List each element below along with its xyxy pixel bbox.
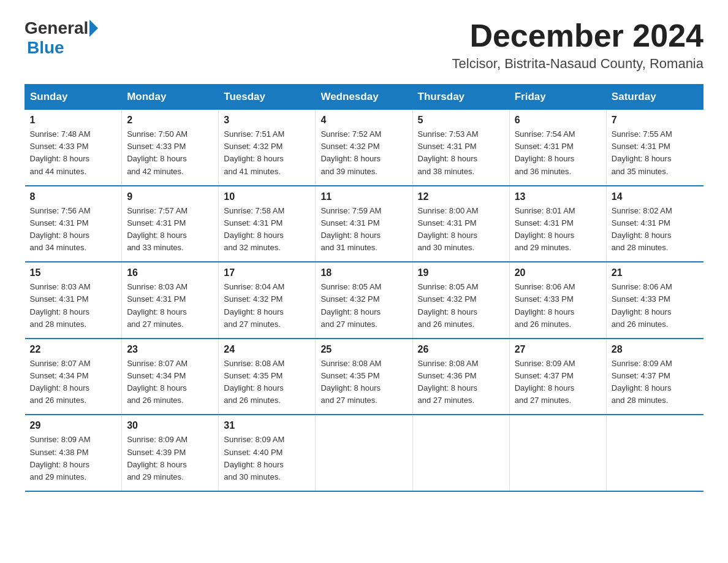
day-info: Sunrise: 7:56 AM Sunset: 4:31 PM Dayligh… (30, 205, 117, 255)
calendar-cell: 30 Sunrise: 8:09 AM Sunset: 4:39 PM Dayl… (122, 415, 219, 491)
calendar-cell: 23 Sunrise: 8:07 AM Sunset: 4:34 PM Dayl… (122, 339, 219, 415)
day-number: 12 (418, 191, 504, 202)
day-number: 28 (612, 344, 699, 355)
calendar-cell: 10 Sunrise: 7:58 AM Sunset: 4:31 PM Dayl… (219, 186, 316, 262)
calendar-cell: 28 Sunrise: 8:09 AM Sunset: 4:37 PM Dayl… (606, 339, 703, 415)
day-number: 8 (30, 191, 117, 202)
week-row-3: 15 Sunrise: 8:03 AM Sunset: 4:31 PM Dayl… (25, 262, 703, 339)
day-info: Sunrise: 8:07 AM Sunset: 4:34 PM Dayligh… (127, 358, 213, 407)
calendar-cell: 18 Sunrise: 8:05 AM Sunset: 4:32 PM Dayl… (316, 262, 412, 339)
day-number: 30 (127, 420, 213, 431)
calendar-cell: 2 Sunrise: 7:50 AM Sunset: 4:33 PM Dayli… (122, 110, 219, 186)
month-title: December 2024 (452, 18, 703, 53)
calendar-cell: 22 Sunrise: 8:07 AM Sunset: 4:34 PM Dayl… (25, 339, 122, 415)
day-info: Sunrise: 8:09 AM Sunset: 4:38 PM Dayligh… (30, 434, 117, 483)
day-info: Sunrise: 8:07 AM Sunset: 4:34 PM Dayligh… (30, 358, 117, 407)
day-info: Sunrise: 8:09 AM Sunset: 4:37 PM Dayligh… (515, 358, 601, 407)
day-info: Sunrise: 8:02 AM Sunset: 4:31 PM Dayligh… (612, 205, 699, 255)
day-number: 15 (30, 267, 117, 278)
day-number: 19 (418, 267, 504, 278)
calendar-cell: 11 Sunrise: 7:59 AM Sunset: 4:31 PM Dayl… (316, 186, 412, 262)
day-info: Sunrise: 7:52 AM Sunset: 4:32 PM Dayligh… (320, 128, 407, 178)
day-number: 18 (320, 267, 407, 278)
day-info: Sunrise: 7:53 AM Sunset: 4:31 PM Dayligh… (418, 128, 504, 178)
calendar-cell: 26 Sunrise: 8:08 AM Sunset: 4:36 PM Dayl… (412, 339, 509, 415)
day-number: 24 (224, 344, 310, 355)
day-number: 7 (612, 115, 699, 126)
calendar-cell (316, 415, 412, 491)
week-row-2: 8 Sunrise: 7:56 AM Sunset: 4:31 PM Dayli… (25, 186, 703, 262)
day-number: 3 (224, 115, 310, 126)
header-day-monday: Monday (122, 85, 219, 110)
day-number: 27 (515, 344, 601, 355)
calendar-cell: 6 Sunrise: 7:54 AM Sunset: 4:31 PM Dayli… (509, 110, 606, 186)
day-number: 16 (127, 267, 213, 278)
day-number: 21 (612, 267, 699, 278)
day-number: 10 (224, 191, 310, 202)
header-day-saturday: Saturday (606, 85, 703, 110)
day-number: 17 (224, 267, 310, 278)
week-row-5: 29 Sunrise: 8:09 AM Sunset: 4:38 PM Dayl… (25, 415, 703, 491)
day-info: Sunrise: 7:51 AM Sunset: 4:32 PM Dayligh… (224, 128, 310, 178)
week-row-4: 22 Sunrise: 8:07 AM Sunset: 4:34 PM Dayl… (25, 339, 703, 415)
header-day-tuesday: Tuesday (219, 85, 316, 110)
calendar-cell: 29 Sunrise: 8:09 AM Sunset: 4:38 PM Dayl… (25, 415, 122, 491)
day-info: Sunrise: 7:54 AM Sunset: 4:31 PM Dayligh… (515, 128, 601, 178)
day-number: 26 (418, 344, 504, 355)
day-info: Sunrise: 8:05 AM Sunset: 4:32 PM Dayligh… (320, 281, 407, 331)
logo-arrow-icon (89, 20, 98, 37)
day-info: Sunrise: 8:03 AM Sunset: 4:31 PM Dayligh… (127, 281, 213, 331)
calendar-cell: 13 Sunrise: 8:01 AM Sunset: 4:31 PM Dayl… (509, 186, 606, 262)
day-info: Sunrise: 8:06 AM Sunset: 4:33 PM Dayligh… (515, 281, 601, 331)
header-day-wednesday: Wednesday (316, 85, 412, 110)
logo: General Blue (25, 18, 99, 58)
calendar-cell: 7 Sunrise: 7:55 AM Sunset: 4:31 PM Dayli… (606, 110, 703, 186)
title-block: December 2024 Telcisor, Bistrita-Nasaud … (452, 18, 703, 72)
calendar-cell: 3 Sunrise: 7:51 AM Sunset: 4:32 PM Dayli… (219, 110, 316, 186)
day-number: 22 (30, 344, 117, 355)
day-info: Sunrise: 7:59 AM Sunset: 4:31 PM Dayligh… (320, 205, 407, 255)
calendar-cell (509, 415, 606, 491)
day-info: Sunrise: 8:04 AM Sunset: 4:32 PM Dayligh… (224, 281, 310, 331)
day-info: Sunrise: 8:06 AM Sunset: 4:33 PM Dayligh… (612, 281, 699, 331)
week-row-1: 1 Sunrise: 7:48 AM Sunset: 4:33 PM Dayli… (25, 110, 703, 186)
calendar-cell: 16 Sunrise: 8:03 AM Sunset: 4:31 PM Dayl… (122, 262, 219, 339)
calendar-cell: 4 Sunrise: 7:52 AM Sunset: 4:32 PM Dayli… (316, 110, 412, 186)
calendar-cell: 17 Sunrise: 8:04 AM Sunset: 4:32 PM Dayl… (219, 262, 316, 339)
day-info: Sunrise: 8:03 AM Sunset: 4:31 PM Dayligh… (30, 281, 117, 331)
calendar-cell: 24 Sunrise: 8:08 AM Sunset: 4:35 PM Dayl… (219, 339, 316, 415)
day-info: Sunrise: 7:58 AM Sunset: 4:31 PM Dayligh… (224, 205, 310, 255)
day-info: Sunrise: 7:48 AM Sunset: 4:33 PM Dayligh… (30, 128, 117, 178)
day-number: 20 (515, 267, 601, 278)
day-info: Sunrise: 8:09 AM Sunset: 4:39 PM Dayligh… (127, 434, 213, 483)
day-number: 13 (515, 191, 601, 202)
logo-general-text: General (25, 18, 88, 38)
calendar-cell: 25 Sunrise: 8:08 AM Sunset: 4:35 PM Dayl… (316, 339, 412, 415)
header-day-thursday: Thursday (412, 85, 509, 110)
header-day-friday: Friday (509, 85, 606, 110)
calendar-cell: 27 Sunrise: 8:09 AM Sunset: 4:37 PM Dayl… (509, 339, 606, 415)
header-day-sunday: Sunday (25, 85, 122, 110)
calendar-body: 1 Sunrise: 7:48 AM Sunset: 4:33 PM Dayli… (25, 110, 703, 491)
calendar-cell: 15 Sunrise: 8:03 AM Sunset: 4:31 PM Dayl… (25, 262, 122, 339)
day-number: 31 (224, 420, 310, 431)
calendar-cell: 9 Sunrise: 7:57 AM Sunset: 4:31 PM Dayli… (122, 186, 219, 262)
calendar-cell (606, 415, 703, 491)
day-info: Sunrise: 7:50 AM Sunset: 4:33 PM Dayligh… (127, 128, 213, 178)
day-number: 25 (320, 344, 407, 355)
day-number: 9 (127, 191, 213, 202)
calendar-table: SundayMondayTuesdayWednesdayThursdayFrid… (25, 84, 703, 492)
calendar-cell (412, 415, 509, 491)
day-info: Sunrise: 8:05 AM Sunset: 4:32 PM Dayligh… (418, 281, 504, 331)
page-header: General Blue December 2024 Telcisor, Bis… (25, 18, 703, 72)
day-info: Sunrise: 8:08 AM Sunset: 4:35 PM Dayligh… (224, 358, 310, 407)
day-info: Sunrise: 8:09 AM Sunset: 4:40 PM Dayligh… (224, 434, 310, 483)
day-number: 14 (612, 191, 699, 202)
location-title: Telcisor, Bistrita-Nasaud County, Romani… (452, 56, 703, 72)
day-info: Sunrise: 8:01 AM Sunset: 4:31 PM Dayligh… (515, 205, 601, 255)
calendar-cell: 31 Sunrise: 8:09 AM Sunset: 4:40 PM Dayl… (219, 415, 316, 491)
logo-blue-text: Blue (27, 38, 64, 57)
day-info: Sunrise: 7:57 AM Sunset: 4:31 PM Dayligh… (127, 205, 213, 255)
day-number: 4 (320, 115, 407, 126)
calendar-cell: 8 Sunrise: 7:56 AM Sunset: 4:31 PM Dayli… (25, 186, 122, 262)
